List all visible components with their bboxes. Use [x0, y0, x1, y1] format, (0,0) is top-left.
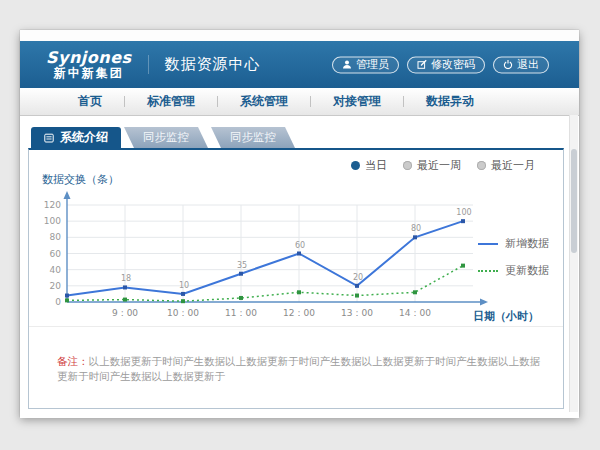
svg-text:40: 40: [50, 265, 62, 275]
tab-sync-monitor-2[interactable]: 同步监控: [211, 127, 295, 148]
footnote-label: 备注：: [57, 355, 89, 367]
time-range-filter: 当日 最近一周 最近一月: [351, 158, 535, 173]
tab-label: 系统介绍: [60, 129, 108, 146]
footnote-text: 以上数据更新于时间产生数据以上数据更新于时间产生数据以上数据更新于时间产生数据以…: [57, 355, 540, 382]
nav-item-home[interactable]: 首页: [56, 93, 124, 110]
svg-text:60: 60: [295, 241, 305, 250]
tab-bar: 系统介绍 同步监控 同步监控: [31, 127, 295, 148]
svg-text:10：00: 10：00: [167, 308, 199, 318]
brand-logo-text: Synjones: [46, 49, 132, 67]
y-axis-title: 数据交换（条）: [42, 172, 119, 187]
svg-text:12：00: 12：00: [283, 308, 315, 318]
svg-text:11：00: 11：00: [225, 308, 257, 318]
header-actions: 管理员 修改密码 退出: [332, 56, 549, 73]
tab-label: 同步监控: [230, 130, 276, 145]
chart-legend: 新增数据 更新数据: [478, 236, 549, 278]
main-nav: 首页 标准管理 系统管理 对接管理 数据异动: [20, 88, 579, 116]
user-button[interactable]: 管理员: [332, 56, 399, 73]
scrollbar[interactable]: [569, 115, 578, 412]
app-title: 数据资源中心: [148, 55, 261, 74]
svg-text:18: 18: [121, 274, 131, 283]
svg-text:120: 120: [44, 200, 61, 210]
filter-today-label: 当日: [365, 158, 387, 173]
desktop-background: Synjones 新中新集团 数据资源中心 管理员 修改密码 退出: [0, 0, 600, 450]
filter-last-month[interactable]: 最近一月: [477, 158, 535, 173]
svg-text:13：00: 13：00: [341, 308, 373, 318]
nav-item-interface-mgmt[interactable]: 对接管理: [311, 93, 403, 110]
logout-button[interactable]: 退出: [493, 56, 549, 73]
svg-text:10: 10: [179, 281, 189, 290]
window-top-strip: [20, 30, 579, 41]
svg-text:80: 80: [50, 232, 62, 242]
svg-text:35: 35: [237, 261, 247, 270]
user-button-label: 管理员: [356, 57, 389, 72]
chart-panel: 当日 最近一周 最近一月 数据交换（条） 0204060801001209：00…: [28, 148, 564, 409]
content-area: 系统介绍 同步监控 同步监控 当日 最近一周: [20, 116, 579, 418]
legend-label: 更新数据: [505, 263, 549, 278]
svg-text:20: 20: [50, 281, 62, 291]
nav-item-data-change[interactable]: 数据异动: [404, 93, 496, 110]
filter-today[interactable]: 当日: [351, 158, 387, 173]
svg-text:20: 20: [353, 273, 363, 282]
legend-item-new-data: 新增数据: [478, 236, 549, 251]
tab-sync-monitor-1[interactable]: 同步监控: [124, 127, 208, 148]
tab-label: 同步监控: [143, 130, 189, 145]
panel-divider: [29, 326, 563, 327]
app-header: Synjones 新中新集团 数据资源中心 管理员 修改密码 退出: [20, 41, 579, 88]
change-password-button[interactable]: 修改密码: [407, 56, 485, 73]
power-icon: [503, 59, 513, 69]
document-icon: [44, 133, 54, 143]
svg-text:0: 0: [55, 297, 61, 307]
app-window: Synjones 新中新集团 数据资源中心 管理员 修改密码 退出: [20, 30, 579, 417]
brand-logo: Synjones 新中新集团: [46, 49, 132, 80]
solid-line-swatch: [478, 243, 498, 245]
user-icon: [342, 59, 352, 69]
filter-last-week[interactable]: 最近一周: [403, 158, 461, 173]
x-axis-title: 日期（小时）: [473, 309, 539, 324]
edit-icon: [417, 59, 427, 69]
logout-button-label: 退出: [517, 57, 539, 72]
svg-text:60: 60: [50, 249, 62, 259]
nav-item-system-mgmt[interactable]: 系统管理: [218, 93, 310, 110]
tab-system-intro[interactable]: 系统介绍: [31, 127, 121, 148]
filter-last-week-label: 最近一周: [417, 158, 461, 173]
legend-label: 新增数据: [505, 236, 549, 251]
brand-logo-subtext: 新中新集团: [46, 67, 132, 80]
legend-item-updated-data: 更新数据: [478, 263, 549, 278]
svg-text:9：00: 9：00: [112, 308, 138, 318]
radio-unselected-icon: [477, 161, 486, 170]
scrollbar-thumb[interactable]: [571, 149, 577, 253]
radio-selected-icon: [351, 161, 360, 170]
footnote: 备注：以上数据更新于时间产生数据以上数据更新于时间产生数据以上数据更新于时间产生…: [57, 354, 545, 384]
svg-text:80: 80: [411, 224, 421, 233]
svg-text:100: 100: [456, 208, 471, 217]
filter-last-month-label: 最近一月: [491, 158, 535, 173]
svg-text:14：00: 14：00: [399, 308, 431, 318]
nav-item-standard-mgmt[interactable]: 标准管理: [125, 93, 217, 110]
dotted-line-swatch: [478, 270, 498, 272]
line-chart: 0204060801001209：0010：0011：0012：0013：001…: [39, 188, 494, 322]
change-password-label: 修改密码: [431, 57, 475, 72]
radio-unselected-icon: [403, 161, 412, 170]
svg-text:100: 100: [44, 216, 61, 226]
